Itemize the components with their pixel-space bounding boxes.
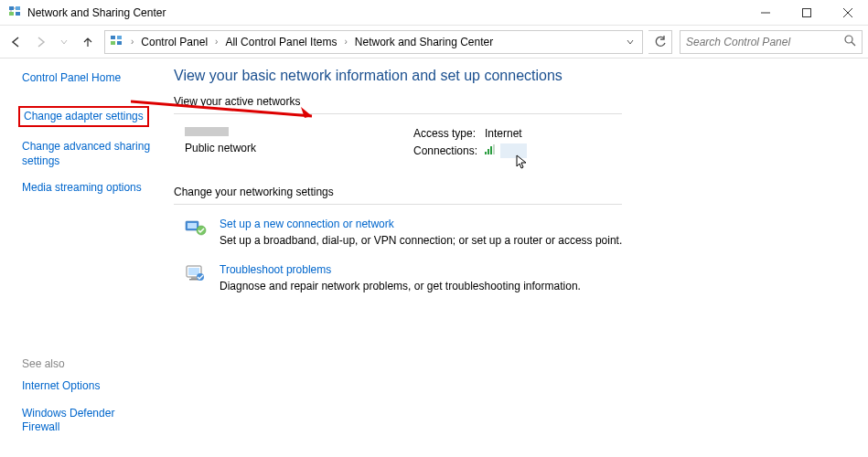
- internet-options-link[interactable]: Internet Options: [22, 379, 154, 394]
- control-panel-home-link[interactable]: Control Panel Home: [22, 71, 154, 86]
- troubleshoot-row: Troubleshoot problems Diagnose and repai…: [185, 263, 850, 292]
- breadcrumb-dropdown[interactable]: [622, 38, 638, 46]
- page-heading: View your basic network information and …: [174, 68, 850, 84]
- window-controls: [745, 0, 868, 26]
- svg-rect-7: [802, 8, 810, 16]
- svg-rect-24: [188, 268, 199, 275]
- chevron-right-icon: ›: [344, 37, 347, 47]
- svg-rect-17: [488, 149, 489, 154]
- svg-rect-21: [188, 223, 197, 228]
- back-button[interactable]: [5, 31, 27, 53]
- breadcrumb-part[interactable]: All Control Panel Items: [221, 34, 340, 50]
- network-name-redacted: [185, 127, 229, 136]
- svg-rect-25: [191, 277, 197, 279]
- troubleshoot-link[interactable]: Troubleshoot problems: [220, 263, 581, 276]
- setup-connection-row: Set up a new connection or network Set u…: [185, 218, 850, 247]
- active-network-row: Public network Access type: Internet Con…: [185, 127, 850, 162]
- content-area: Control Panel Home Change adapter settin…: [0, 58, 868, 457]
- active-networks-label: View your active networks: [174, 95, 850, 108]
- networking-settings-label: Change your networking settings: [174, 186, 850, 198]
- divider: [174, 113, 622, 114]
- search-icon: [844, 35, 856, 49]
- svg-rect-12: [111, 41, 115, 45]
- see-also-label: See also: [22, 357, 154, 370]
- svg-line-15: [852, 42, 855, 46]
- svg-rect-3: [16, 12, 20, 16]
- breadcrumb[interactable]: › Control Panel › All Control Panel Item…: [104, 30, 643, 54]
- breadcrumb-icon: [109, 33, 123, 50]
- connections-label: Connections:: [413, 144, 485, 157]
- search-box[interactable]: [680, 30, 863, 54]
- wifi-signal-icon: [485, 144, 497, 157]
- svg-rect-19: [493, 144, 495, 154]
- svg-rect-16: [485, 152, 487, 154]
- svg-rect-0: [9, 6, 14, 10]
- close-button[interactable]: [827, 0, 868, 26]
- setup-connection-icon: [185, 218, 207, 239]
- svg-rect-10: [111, 36, 115, 39]
- svg-rect-1: [16, 6, 20, 10]
- connection-link[interactable]: [500, 143, 527, 158]
- refresh-button[interactable]: [648, 30, 672, 54]
- change-advanced-sharing-link[interactable]: Change advanced sharing settings: [22, 140, 154, 168]
- troubleshoot-icon: [185, 263, 207, 285]
- chevron-right-icon: ›: [131, 37, 134, 47]
- maximize-button[interactable]: [786, 0, 827, 26]
- breadcrumb-part[interactable]: Network and Sharing Center: [351, 34, 497, 50]
- setup-connection-link[interactable]: Set up a new connection or network: [220, 218, 622, 230]
- access-type-value: Internet: [485, 127, 522, 140]
- forward-button[interactable]: [29, 31, 51, 53]
- svg-rect-26: [189, 279, 198, 281]
- window-title: Network and Sharing Center: [27, 6, 745, 19]
- navbar: › Control Panel › All Control Panel Item…: [0, 26, 868, 58]
- breadcrumb-part[interactable]: Control Panel: [137, 34, 211, 50]
- divider: [174, 204, 622, 205]
- minimize-button[interactable]: [745, 0, 786, 26]
- media-streaming-link[interactable]: Media streaming options: [22, 181, 154, 196]
- troubleshoot-desc: Diagnose and repair network problems, or…: [220, 280, 581, 292]
- search-input[interactable]: [686, 36, 844, 48]
- svg-point-14: [845, 36, 852, 43]
- svg-rect-11: [117, 36, 122, 39]
- svg-rect-13: [117, 41, 122, 45]
- main-panel: View your basic network information and …: [163, 58, 868, 457]
- svg-rect-2: [9, 12, 14, 16]
- recent-dropdown[interactable]: [53, 31, 75, 53]
- setup-connection-desc: Set up a broadband, dial-up, or VPN conn…: [220, 234, 622, 247]
- titlebar: Network and Sharing Center: [0, 0, 868, 26]
- change-adapter-settings-link[interactable]: Change adapter settings: [18, 106, 149, 128]
- svg-rect-18: [490, 146, 492, 154]
- app-icon: [7, 4, 22, 21]
- up-button[interactable]: [77, 31, 99, 53]
- sidebar: Control Panel Home Change adapter settin…: [0, 58, 163, 457]
- chevron-right-icon: ›: [215, 37, 218, 47]
- access-type-label: Access type:: [413, 127, 485, 140]
- network-type: Public network: [185, 142, 413, 154]
- windows-firewall-link[interactable]: Windows Defender Firewall: [22, 407, 154, 435]
